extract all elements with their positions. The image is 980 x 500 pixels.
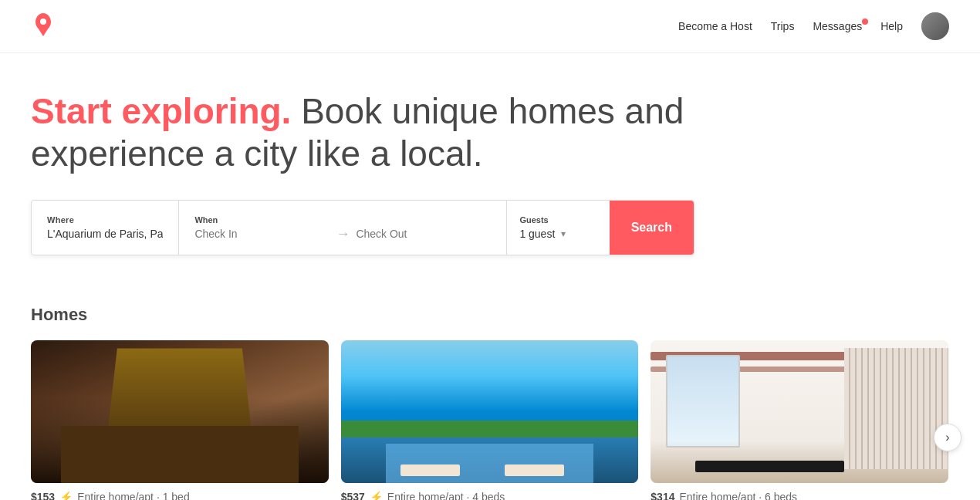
nav-become-host[interactable]: Become a Host [678, 20, 752, 32]
guests-value: 1 guest [519, 228, 555, 240]
listing-type: Entire home/apt · 4 beds [387, 491, 505, 500]
nav-trips[interactable]: Trips [771, 20, 795, 32]
listing-image [651, 340, 948, 483]
chevron-down-icon: ▾ [561, 228, 566, 239]
date-arrow-icon: → [336, 226, 350, 245]
homes-title: Homes [31, 305, 949, 325]
hero-title-accent: Start exploring. [31, 91, 291, 131]
logo[interactable] [31, 12, 56, 40]
nav-links: Become a Host Trips Messages Help [678, 12, 949, 40]
navbar: Become a Host Trips Messages Help [0, 0, 980, 53]
listing-info: $153 ⚡ Entire home/apt · 1 bed Kealakeku… [31, 483, 329, 500]
guests-field[interactable]: Guests 1 guest ▾ [507, 201, 609, 255]
hero-title: Start exploring. Book unique homes and e… [31, 90, 725, 175]
checkin-input[interactable] [194, 228, 329, 240]
listing-info: $314 Entire home/apt · 6 beds CHARMING, … [651, 483, 948, 500]
listing-type: Entire home/apt · 1 bed [77, 491, 190, 500]
where-label: Where [47, 215, 163, 225]
listing-image [341, 340, 639, 483]
when-label: When [194, 215, 329, 225]
messages-badge [862, 19, 868, 25]
guests-select[interactable]: 1 guest ▾ [519, 228, 596, 240]
listing-info: $537 ⚡ Entire home/apt · 4 beds HERCE PR… [341, 483, 639, 500]
lightning-icon: ⚡ [370, 491, 383, 500]
hero-section: Start exploring. Book unique homes and e… [0, 53, 980, 280]
homes-grid-wrapper: $153 ⚡ Entire home/apt · 1 bed Kealakeku… [31, 340, 949, 500]
guests-label: Guests [519, 215, 596, 225]
nav-help[interactable]: Help [880, 20, 903, 32]
listing-type: Entire home/apt · 6 beds [679, 491, 797, 500]
homes-section: Homes $153 ⚡ Entire home/apt · 1 bed K [0, 280, 980, 500]
nav-messages[interactable]: Messages [813, 20, 862, 32]
listing-price: $314 [651, 491, 674, 500]
list-item[interactable]: $314 Entire home/apt · 6 beds CHARMING, … [651, 340, 948, 500]
checkout-field[interactable]: When [356, 215, 491, 240]
checkout-input[interactable] [356, 228, 491, 240]
homes-grid: $153 ⚡ Entire home/apt · 1 bed Kealakeku… [31, 340, 949, 500]
where-field[interactable]: Where [32, 201, 179, 255]
search-bar: Where When → When Guests 1 guest ▾ Searc… [31, 200, 694, 255]
listing-price: $537 [341, 491, 365, 500]
listing-price: $153 [31, 491, 55, 500]
listing-image [31, 340, 329, 483]
lightning-icon: ⚡ [59, 491, 73, 500]
date-range-field: When → When [179, 201, 507, 255]
user-avatar[interactable] [921, 12, 949, 40]
checkin-field[interactable]: When [194, 215, 329, 240]
list-item[interactable]: $537 ⚡ Entire home/apt · 4 beds HERCE PR… [341, 340, 639, 500]
list-item[interactable]: $153 ⚡ Entire home/apt · 1 bed Kealakeku… [31, 340, 329, 500]
where-input[interactable] [47, 228, 163, 240]
search-button[interactable]: Search [610, 201, 694, 255]
next-button[interactable]: › [934, 424, 961, 451]
